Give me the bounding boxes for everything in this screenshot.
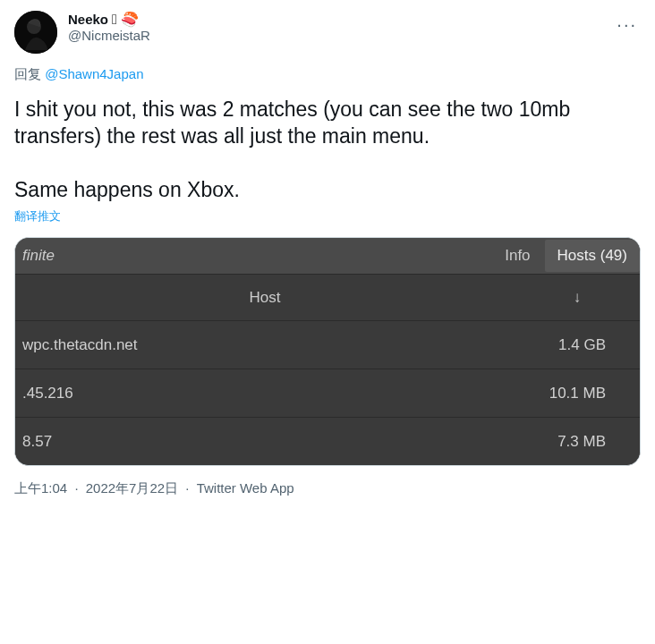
- cell-size: 7.3 MB: [515, 433, 640, 451]
- tab-hosts: Hosts (49): [545, 240, 640, 272]
- username[interactable]: @NicmeistaR: [68, 28, 150, 43]
- reply-label: 回复: [14, 66, 41, 81]
- table-columns: Host ↓: [15, 274, 640, 320]
- cell-size: 1.4 GB: [515, 336, 640, 354]
- tweet-container: Neeko 𓅪 🍣 @NicmeistaR ··· 回复 @Shawn4Japa…: [0, 0, 655, 508]
- table-title: finite: [15, 247, 490, 265]
- display-name[interactable]: Neeko: [68, 12, 108, 27]
- embedded-image[interactable]: finite Info Hosts (49) Host ↓ wpc.thetac…: [14, 237, 641, 466]
- display-name-row: Neeko 𓅪 🍣: [68, 11, 150, 28]
- sushi-icon: 🍣: [121, 11, 139, 28]
- reply-to: 回复 @Shawn4Japan: [14, 66, 641, 83]
- tweet-header: Neeko 𓅪 🍣 @NicmeistaR ···: [14, 11, 641, 54]
- table-header: finite Info Hosts (49): [15, 238, 640, 274]
- col-sort-icon: ↓: [515, 289, 640, 307]
- tweet-date[interactable]: 2022年7月22日: [86, 480, 178, 496]
- cell-host: .45.216: [15, 385, 515, 402]
- cell-host: 8.57: [15, 433, 515, 451]
- cell-size: 10.1 MB: [515, 385, 640, 402]
- cell-host: wpc.thetacdn.net: [15, 336, 515, 354]
- meta-separator: ·: [74, 480, 78, 496]
- tab-info: Info: [490, 247, 544, 265]
- meta-separator: ·: [185, 480, 189, 496]
- table-row: wpc.thetacdn.net 1.4 GB: [15, 320, 640, 369]
- tweet-source[interactable]: Twitter Web App: [197, 480, 294, 496]
- table-row: 8.57 7.3 MB: [15, 417, 640, 465]
- user-names: Neeko 𓅪 🍣 @NicmeistaR: [68, 11, 150, 54]
- tweet-text: I shit you not, this was 2 matches (you …: [14, 96, 641, 203]
- bird-icon: 𓅪: [112, 12, 117, 28]
- reply-mention[interactable]: @Shawn4Japan: [45, 66, 143, 81]
- user-info[interactable]: Neeko 𓅪 🍣 @NicmeistaR: [14, 11, 150, 54]
- tweet-time[interactable]: 上午1:04: [14, 480, 67, 496]
- avatar[interactable]: [14, 11, 57, 54]
- tweet-meta: 上午1:04 · 2022年7月22日 · Twitter Web App: [14, 480, 641, 497]
- col-host: Host: [15, 289, 515, 307]
- more-button[interactable]: ···: [613, 11, 641, 38]
- translate-link[interactable]: 翻译推文: [14, 208, 641, 225]
- table-row: .45.216 10.1 MB: [15, 369, 640, 417]
